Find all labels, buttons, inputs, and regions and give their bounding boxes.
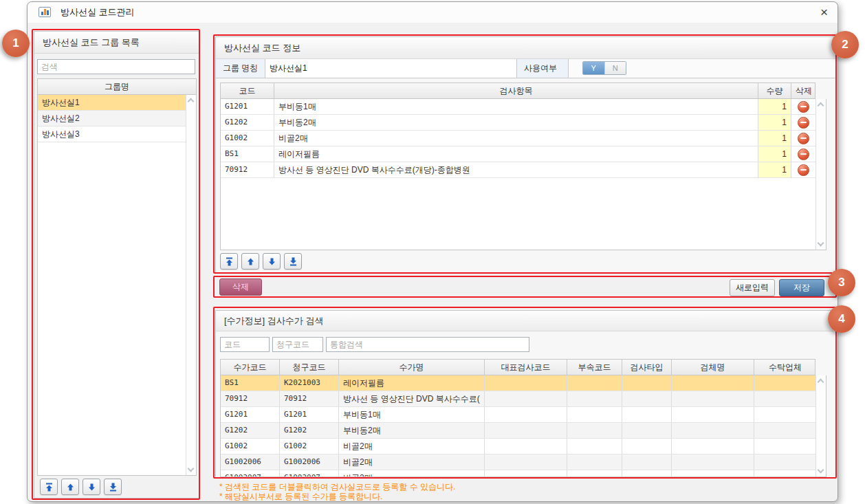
move-first-button[interactable] (220, 253, 238, 270)
column-header: 부속코드 (567, 360, 622, 375)
qty-cell[interactable]: 1 (758, 146, 791, 162)
column-header: 수량 (758, 83, 791, 98)
column-header: 수가명 (339, 360, 485, 375)
price-row[interactable]: G1002 G1002 비골2매 (221, 439, 815, 454)
price-row[interactable]: G1202 G1202 부비동2매 (221, 423, 815, 439)
qty-cell[interactable]: 1 (758, 162, 791, 177)
move-down-button[interactable] (83, 479, 100, 495)
column-header: 검사항목 (274, 83, 758, 98)
scroll-up-icon[interactable] (818, 379, 824, 386)
dialog-window: 방사선실 코드관리 × 방사선실 코드 그룹 목록 그룹명 방사선실1 (27, 1, 838, 502)
claim-code-input[interactable] (272, 337, 323, 352)
delete-button[interactable]: 삭제 (219, 278, 262, 296)
code-info-title: 방사선실 코드 정보 (216, 37, 835, 59)
price-row-partial[interactable]: G1002007 G1002007 비골2매 (221, 470, 815, 476)
scroll-down-icon[interactable] (818, 467, 824, 474)
note-line-1: * 검색된 코드를 더블클릭하여 검사실코드로 등록할 수 있습니다. (219, 482, 455, 492)
annotation-badge-2: 2 (831, 31, 859, 58)
code-table-scrollbar[interactable] (815, 99, 826, 250)
code-row[interactable]: G1202 부비동2매 1 (221, 115, 815, 131)
code-row[interactable]: 70912 방사선 등 영상진단 DVD 복사수수료(개당)-종합병원 1 (221, 162, 815, 178)
qty-cell[interactable]: 1 (758, 115, 791, 130)
column-header: 청구코드 (280, 360, 339, 375)
remove-row-icon[interactable] (798, 149, 809, 160)
group-row-selected[interactable]: 방사선실1 (38, 95, 186, 111)
qty-cell[interactable]: 1 (758, 99, 791, 114)
annotation-badge-4: 4 (828, 305, 855, 333)
code-info-panel: 방사선실 코드 정보 그룹 명칭 사용여부 Y N 코드 (215, 36, 836, 273)
use-yes-option[interactable]: Y (583, 62, 604, 74)
group-name-field-wrap (265, 59, 517, 78)
group-list-header-row: 그룹명 (37, 78, 197, 95)
group-list-panel: 방사선실 코드 그룹 목록 그룹명 방사선실1 방사선실2 (34, 31, 199, 498)
group-search-input[interactable] (37, 59, 195, 74)
scroll-up-icon[interactable] (188, 98, 195, 105)
window-title: 방사선실 코드관리 (61, 2, 135, 23)
annotation-badge-1: 1 (2, 30, 30, 57)
remove-row-icon[interactable] (798, 101, 809, 113)
column-header: 검사타입 (622, 360, 672, 375)
scroll-down-icon[interactable] (818, 240, 824, 247)
move-last-button[interactable] (104, 479, 122, 495)
move-up-button[interactable] (241, 253, 259, 270)
group-name-input[interactable] (265, 59, 516, 78)
price-code-input[interactable] (220, 337, 270, 352)
code-row[interactable]: G1201 부비동1매 1 (221, 99, 815, 115)
save-button[interactable]: 저장 (779, 279, 824, 296)
code-row[interactable]: G1002 비골2매 1 (221, 131, 815, 146)
use-no-option[interactable]: N (604, 62, 626, 74)
column-header: 삭제 (791, 83, 816, 98)
scroll-down-icon[interactable] (188, 465, 195, 472)
code-row[interactable]: BS1 레이저필름 1 (221, 146, 815, 162)
code-table-body: G1201 부비동1매 1 G1202 부비동2매 1 G1002 (221, 99, 815, 250)
annotation-badge-3: 3 (828, 269, 855, 296)
title-bar: 방사선실 코드관리 × (28, 2, 837, 23)
move-last-button[interactable] (284, 253, 302, 270)
price-table-body: BS1 K2021003 레이저필름 70912 70912 (221, 375, 815, 476)
move-down-button[interactable] (263, 253, 281, 270)
group-name-label: 그룹 명칭 (216, 59, 265, 78)
group-list-title: 방사선실 코드 그룹 목록 (34, 32, 199, 54)
group-name-row: 그룹 명칭 사용여부 Y N (216, 59, 835, 78)
column-header: 그룹명 (38, 79, 196, 94)
column-header: 코드 (221, 83, 274, 98)
qty-cell[interactable]: 1 (758, 131, 791, 146)
group-row[interactable]: 방사선실3 (38, 127, 186, 142)
group-row[interactable]: 방사선실2 (38, 111, 186, 127)
screen: 방사선실 코드관리 × 방사선실 코드 그룹 목록 그룹명 방사선실1 (0, 0, 865, 504)
group-list-scrollbar[interactable] (186, 95, 196, 475)
note-line-2: * 해당실시부서로 등록된 수가를 등록합니다. (219, 492, 382, 501)
move-up-button[interactable] (61, 479, 79, 495)
price-search-panel: [수가정보] 검사수가 검색 수가코드 청구코드 수가명 대표검사코드 부속코드… (215, 310, 836, 478)
column-header: 대표검사코드 (485, 360, 567, 375)
app-chart-icon (39, 7, 51, 17)
price-table-scrollbar[interactable] (815, 375, 826, 476)
price-row-selected[interactable]: BS1 K2021003 레이저필름 (221, 375, 815, 391)
column-header: 검체명 (672, 360, 754, 375)
price-search-title: [수가정보] 검사수가 검색 (216, 311, 835, 331)
code-table-header-row: 코드 검사항목 수량 삭제 (220, 83, 815, 99)
group-list: 방사선실1 방사선실2 방사선실3 (38, 95, 186, 475)
unified-search-input[interactable] (326, 337, 529, 352)
price-row[interactable]: 70912 70912 방사선 등 영상진단 DVD 복사수수료( (221, 391, 815, 407)
column-header: 수탁업체 (754, 360, 816, 375)
price-row[interactable]: G1201 G1201 부비동1매 (221, 407, 815, 423)
new-input-button[interactable]: 새로입력 (730, 279, 775, 296)
use-flag-toggle: Y N (582, 61, 626, 75)
remove-row-icon[interactable] (798, 164, 809, 176)
price-table-header-row: 수가코드 청구코드 수가명 대표검사코드 부속코드 검사타입 검체명 수탁업체 (220, 359, 815, 375)
close-icon[interactable]: × (820, 2, 828, 23)
price-row[interactable]: G1002006 G1002006 비골2매 (221, 454, 815, 470)
use-flag-label: 사용여부 (517, 59, 569, 78)
remove-row-icon[interactable] (798, 117, 809, 129)
column-header: 수가코드 (221, 360, 280, 375)
move-first-button[interactable] (40, 479, 58, 495)
scroll-up-icon[interactable] (818, 102, 824, 109)
remove-row-icon[interactable] (798, 133, 809, 144)
